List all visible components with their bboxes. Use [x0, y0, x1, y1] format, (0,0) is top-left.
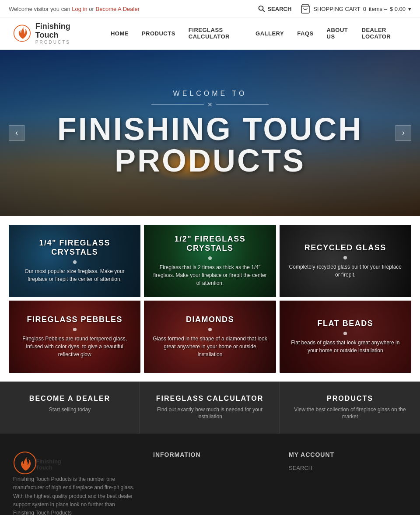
product-card-desc: Completely recycled glass built for your… [286, 263, 405, 279]
footer-logo-col: Finishing Touch Finishing Touch Products… [13, 451, 136, 515]
footer-search-link[interactable]: SEARCH [289, 465, 407, 471]
nav-products[interactable]: PRODUCTS [135, 26, 182, 41]
cart-icon [300, 4, 311, 14]
product-card-diamonds[interactable]: DIAMONDS Glass formed in the shape of a … [144, 301, 276, 373]
footer-info-col: INFORMATION [153, 451, 271, 515]
cart-button[interactable]: SHOPPING CART 0 items – $ 0.00 ▾ [300, 4, 411, 14]
logo-flame-icon [13, 23, 31, 44]
nav-home[interactable]: HOME [104, 26, 135, 41]
svg-point-0 [259, 6, 263, 11]
footer-account-title: MY ACCOUNT [289, 451, 407, 458]
product-card-dot [208, 328, 212, 331]
product-card-desc: Fireglass that is 2 times as thick as th… [150, 263, 269, 287]
logo[interactable]: Finishing Touch PRODUCTS [13, 22, 87, 45]
product-card-content: 1/2" FIREGLASS CRYSTALS Fireglass that i… [144, 225, 276, 297]
cta-become-dealer[interactable]: BECOME A DEALER Start selling today [0, 382, 140, 434]
hero-divider: ✕ [0, 101, 420, 108]
product-card-content: RECYCLED GLASS Completely recycled glass… [280, 225, 411, 297]
product-card-title: FLAT BEADS [317, 319, 373, 328]
svg-text:Touch: Touch [36, 464, 52, 471]
cta-subtitle: View the best collection of fireplace gl… [289, 406, 411, 421]
product-card-desc: Flat beads of glass that look great anyw… [286, 339, 405, 354]
hero-prev-button[interactable]: ‹ [9, 125, 24, 141]
logo-text-line1: Finishing Touch [35, 22, 87, 40]
hero-content: WELCOME TO ✕ FINISHING TOUCH PRODUCTS [0, 90, 420, 176]
main-nav: HOME PRODUCTS FIREGLASS CALCULATOR GALLE… [104, 22, 407, 44]
cta-title: FIREGLASS CALCULATOR [149, 395, 271, 403]
hero-divider-left [151, 104, 204, 105]
cta-title: PRODUCTS [289, 395, 411, 403]
cta-fireglass-calc[interactable]: FIREGLASS CALCULATOR Find out exactly ho… [140, 382, 280, 434]
product-card-pebbles[interactable]: FIREGLASS PEBBLES Fireglass Pebbles are … [9, 301, 140, 373]
header: Finishing Touch PRODUCTS HOME PRODUCTS F… [0, 18, 420, 50]
search-icon [258, 5, 265, 12]
cta-subtitle: Find out exactly how much is needed for … [149, 406, 271, 421]
product-card-dot [343, 332, 347, 335]
product-card-title: 1/2" FIREGLASS CRYSTALS [150, 235, 269, 253]
product-card-flatbeads[interactable]: FLAT BEADS Flat beads of glass that look… [280, 301, 411, 373]
cta-title: BECOME A DEALER [9, 395, 131, 403]
product-card-title: DIAMONDS [186, 315, 234, 324]
nav-about-us[interactable]: ABOUT US [320, 22, 355, 44]
product-card-desc: Our most popular size fireglass. Make yo… [15, 267, 134, 283]
top-bar: Welcome visitor you can Log in or Become… [0, 0, 420, 18]
product-card-content: 1/4" FIREGLASS CRYSTALS Our most popular… [9, 225, 140, 297]
hero-section: ‹ WELCOME TO ✕ FINISHING TOUCH PRODUCTS … [0, 50, 420, 216]
nav-fireglass-calculator[interactable]: FIREGLASS CALCULATOR [182, 22, 249, 44]
nav-faqs[interactable]: FAQS [290, 26, 320, 41]
product-card-title: RECYCLED GLASS [304, 243, 386, 252]
product-card-recycled[interactable]: RECYCLED GLASS Completely recycled glass… [280, 225, 411, 297]
product-card-content: DIAMONDS Glass formed in the shape of a … [144, 301, 276, 373]
hero-next-button[interactable]: › [396, 125, 411, 141]
product-card-content: FIREGLASS PEBBLES Fireglass Pebbles are … [9, 301, 140, 373]
hero-title: FINISHING TOUCH PRODUCTS [0, 113, 420, 176]
svg-text:Finishing: Finishing [36, 458, 61, 465]
cta-products[interactable]: PRODUCTS View the best collection of fir… [280, 382, 420, 434]
product-card-title: 1/4" FIREGLASS CRYSTALS [15, 238, 134, 257]
nav-gallery[interactable]: GALLERY [249, 26, 290, 41]
product-card-fireglass-12[interactable]: 1/2" FIREGLASS CRYSTALS Fireglass that i… [144, 225, 276, 297]
products-grid: 1/4" FIREGLASS CRYSTALS Our most popular… [0, 216, 420, 382]
product-card-dot [73, 328, 77, 331]
login-link[interactable]: Log in [72, 6, 87, 12]
product-card-desc: Fireglass Pebbles are round tempered gla… [15, 335, 134, 358]
hero-divider-x: ✕ [207, 101, 213, 108]
search-button[interactable]: SEARCH [258, 5, 291, 12]
top-bar-right: SEARCH SHOPPING CART 0 items – $ 0.00 ▾ [258, 4, 411, 14]
footer-description: Finishing Touch Products is the number o… [13, 475, 136, 515]
svg-line-1 [263, 10, 265, 12]
hero-divider-right [216, 104, 269, 105]
product-card-dot [343, 256, 347, 259]
become-dealer-link[interactable]: Become A Dealer [96, 6, 140, 12]
product-card-dot [208, 256, 212, 260]
product-card-desc: Glass formed in the shape of a diamond t… [150, 335, 269, 358]
footer-info-title: INFORMATION [153, 451, 271, 458]
cta-subtitle: Start selling today [9, 406, 131, 413]
cart-dropdown-icon: ▾ [408, 6, 411, 12]
product-card-title: FIREGLASS PEBBLES [27, 315, 122, 324]
product-card-fireglass-14[interactable]: 1/4" FIREGLASS CRYSTALS Our most popular… [9, 225, 140, 297]
footer-account-col: MY ACCOUNT SEARCH [289, 451, 407, 515]
footer-logo-icon: Finishing Touch [13, 451, 66, 475]
cta-section: BECOME A DEALER Start selling today FIRE… [0, 382, 420, 434]
top-bar-welcome: Welcome visitor you can Log in or Become… [9, 6, 140, 12]
nav-dealer-locator[interactable]: DEALER LOCATOR [355, 22, 407, 44]
product-card-dot [73, 260, 77, 264]
logo-text-line2: PRODUCTS [35, 40, 87, 45]
footer: Finishing Touch Finishing Touch Products… [0, 434, 420, 515]
hero-welcome-text: WELCOME TO [0, 90, 420, 98]
product-card-content: FLAT BEADS Flat beads of glass that look… [280, 301, 411, 373]
